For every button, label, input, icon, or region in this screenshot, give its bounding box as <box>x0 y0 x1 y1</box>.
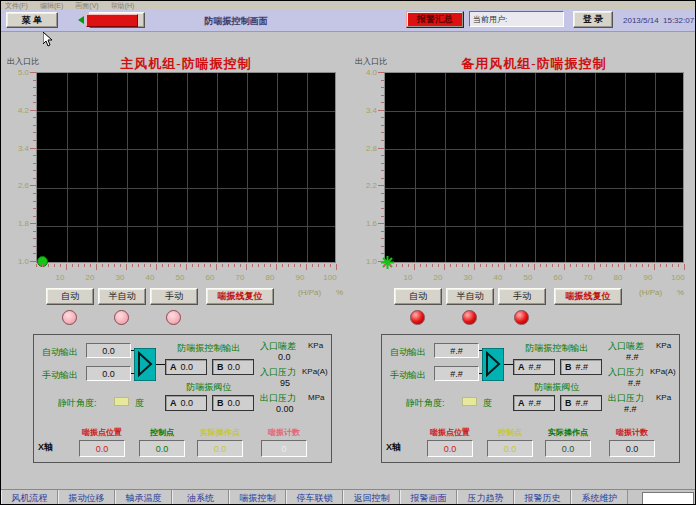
outlet-pressure-value: #.# <box>624 404 637 414</box>
x-minor-tick <box>126 264 127 267</box>
x-tick-label: 50 <box>168 273 192 282</box>
surge-count-column: 喘振计数0.0 <box>602 427 662 457</box>
nav-button-7[interactable]: 返回控制 <box>343 490 400 505</box>
y-tick-label: 1.8 <box>3 219 29 228</box>
nav-button-8[interactable]: 报警画面 <box>400 490 457 505</box>
surge-line-reset-button[interactable]: 喘振线复位 <box>206 288 274 305</box>
x-minor-tick <box>276 264 277 267</box>
x-minor-tick <box>660 264 661 267</box>
control-point-column: 控制点0.0 <box>480 427 540 457</box>
y-minor-tick <box>33 102 36 103</box>
semi-auto-button[interactable]: 半自动 <box>446 288 494 305</box>
grid-line <box>385 188 683 189</box>
grid-line <box>157 73 158 262</box>
x-minor-tick <box>318 264 319 267</box>
asc-output-header: 防喘振控制输出 <box>513 342 601 355</box>
y-minor-tick <box>381 80 384 81</box>
surge-line-reset-button[interactable]: 喘振线复位 <box>554 288 622 305</box>
x-minor-tick <box>228 264 229 267</box>
nav-button-11[interactable]: 系统维护 <box>571 490 628 505</box>
x-minor-tick <box>666 264 667 267</box>
inlet-diff-value: 0.0 <box>278 352 291 362</box>
nav-button-1[interactable]: 风机流程 <box>1 490 58 505</box>
x-minor-tick <box>426 264 427 267</box>
x-minor-tick <box>486 264 487 267</box>
grid-line <box>67 73 68 262</box>
x-minor-tick <box>684 264 685 267</box>
nav-button-10[interactable]: 报警历史 <box>514 490 571 505</box>
x-minor-tick <box>642 264 643 267</box>
x-minor-tick <box>204 264 205 267</box>
y-minor-tick <box>381 102 384 103</box>
x-minor-tick <box>618 264 619 267</box>
x-minor-tick <box>462 264 463 267</box>
actual-operating-point-column: 实际操作点0.0 <box>190 427 250 457</box>
y-minor-tick <box>33 132 36 133</box>
x-minor-tick <box>234 264 235 267</box>
asc-output-a-field: A0.0 <box>165 359 207 375</box>
x-axis-label: X轴 <box>38 441 53 454</box>
nav-button-4[interactable]: 油系统 <box>172 490 229 505</box>
asc-output-b-field: B0.0 <box>212 359 254 375</box>
blade-angle-field <box>462 397 477 406</box>
nav-button-2[interactable]: 振动位移 <box>58 490 115 505</box>
trend-plot <box>36 72 336 263</box>
x-minor-tick <box>198 264 199 267</box>
semi-auto-button[interactable]: 半自动 <box>98 288 146 305</box>
y-minor-tick <box>381 201 384 202</box>
x-minor-tick <box>582 264 583 267</box>
x-tick-label: 40 <box>486 273 510 282</box>
valve-position-header: 防喘振阀位 <box>513 381 601 394</box>
trend-plot <box>384 72 684 263</box>
manual-button[interactable]: 手动 <box>498 288 546 305</box>
grid-line <box>385 226 683 227</box>
y-minor-tick <box>381 231 384 232</box>
x-minor-tick <box>396 264 397 267</box>
nav-button-9[interactable]: 压力趋势 <box>457 490 514 505</box>
x-minor-tick <box>606 264 607 267</box>
nav-button-5[interactable]: 喘振控制 <box>229 490 286 505</box>
y-minor-tick <box>33 238 36 239</box>
x-minor-tick <box>636 264 637 267</box>
y-minor-tick <box>33 140 36 141</box>
x-tick-label: 10 <box>396 273 420 282</box>
x-minor-tick <box>528 264 529 267</box>
mode-led-indicator <box>166 310 181 325</box>
nav-button-3[interactable]: 轴承温度 <box>115 490 172 505</box>
grid-line <box>37 111 335 112</box>
y-minor-tick <box>33 261 36 262</box>
x-minor-tick <box>654 264 655 267</box>
y-tick-label: 3.4 <box>3 144 29 153</box>
grid-line <box>385 149 683 150</box>
valve-position-header: 防喘振阀位 <box>165 381 253 394</box>
auto-button[interactable]: 自动 <box>46 288 94 305</box>
y-minor-tick <box>33 95 36 96</box>
mode-led-indicator <box>114 310 129 325</box>
x-tick-label: 90 <box>636 273 660 282</box>
auto-output-label: 自动输出 <box>390 346 426 359</box>
x-tick-label: 20 <box>78 273 102 282</box>
y-axis-label: 出入口比 <box>355 56 387 67</box>
asc-output-a-field: A#.# <box>513 359 555 375</box>
x-unit-percent: % <box>336 288 343 297</box>
y-minor-tick <box>381 110 384 111</box>
y-tick-label: 1.0 <box>351 257 377 266</box>
nav-spacer <box>628 490 642 505</box>
x-minor-tick <box>492 264 493 267</box>
nav-button-6[interactable]: 停车联锁 <box>286 490 343 505</box>
y-minor-tick <box>33 148 36 149</box>
manual-button[interactable]: 手动 <box>150 288 198 305</box>
x-minor-tick <box>36 264 37 267</box>
blade-angle-unit: 度 <box>135 397 144 410</box>
x-tick-label: 100 <box>318 273 342 282</box>
y-minor-tick <box>33 178 36 179</box>
chart-title: 主风机组-防喘振控制 <box>36 55 336 73</box>
actual-operating-point-column: 实际操作点0.0 <box>538 427 598 457</box>
y-minor-tick <box>381 155 384 156</box>
x-minor-tick <box>102 264 103 267</box>
auto-button[interactable]: 自动 <box>394 288 442 305</box>
y-minor-tick <box>381 132 384 133</box>
x-minor-tick <box>384 264 385 267</box>
x-unit-percent: % <box>677 288 684 297</box>
x-minor-tick <box>144 264 145 267</box>
